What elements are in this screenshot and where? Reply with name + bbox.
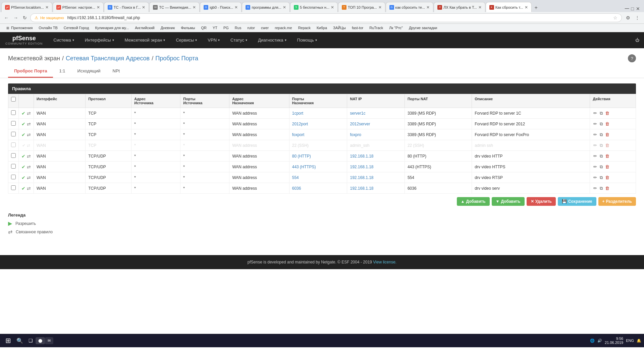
reload-button[interactable]: ↻ xyxy=(21,14,28,22)
bookmark-other[interactable]: Другие закладки xyxy=(406,25,440,31)
browser-tab-5[interactable]: G igb0 - Поиск... ✕ xyxy=(200,2,241,12)
copy-icon[interactable]: ⧉ xyxy=(600,175,603,180)
maximize-btn[interactable]: □ xyxy=(631,6,634,11)
tab-close-8[interactable]: ✕ xyxy=(378,5,382,10)
extensions-icon[interactable]: ⚙ xyxy=(624,14,632,22)
tab-npt[interactable]: NPt xyxy=(107,65,126,78)
copy-icon[interactable]: ⧉ xyxy=(600,143,603,148)
close-btn[interactable]: ✕ xyxy=(636,6,640,11)
notification-icon[interactable]: 🔔 xyxy=(637,339,641,343)
bookmark-english[interactable]: Английский xyxy=(132,25,157,31)
nat-ip-link[interactable]: foxpro xyxy=(350,132,361,137)
edit-icon[interactable]: ✏ xyxy=(593,111,597,116)
select-all-checkbox[interactable] xyxy=(11,97,16,102)
bookmark-rts[interactable]: Лк "Ртс" xyxy=(386,25,406,31)
nav-system[interactable]: Система ▾ xyxy=(48,34,79,47)
copy-icon[interactable]: ⧉ xyxy=(600,164,603,169)
tab-close-3[interactable]: ✕ xyxy=(142,5,145,10)
edit-icon[interactable]: ✏ xyxy=(593,121,597,126)
browser-tab-2[interactable]: pf PfSense: настрое... ✕ xyxy=(53,2,104,12)
dst-ports-link[interactable]: 2012port xyxy=(292,122,308,126)
copy-icon[interactable]: ⧉ xyxy=(600,132,603,137)
tab-close-9[interactable]: ✕ xyxy=(426,5,430,10)
bookmark-cwer[interactable]: cwer xyxy=(258,25,271,31)
split-button[interactable]: + Разделитель xyxy=(598,197,636,206)
bookmark-repackme[interactable]: repack.me xyxy=(272,25,294,31)
row-checkbox-1[interactable] xyxy=(11,121,16,126)
dst-ports-link[interactable]: 443 (HTTPS) xyxy=(292,165,316,169)
add-button-2[interactable]: ▼ Добавить xyxy=(492,197,525,206)
bookmark-apps[interactable]: ⊞ Приложения xyxy=(3,25,35,31)
bookmark-pg[interactable]: PG xyxy=(221,25,231,31)
bookmark-films[interactable]: Фильмы xyxy=(178,25,198,31)
start-button[interactable]: ⊞ xyxy=(3,335,14,346)
taskbar-chrome[interactable]: ⬤ xyxy=(36,337,45,344)
bookmark-star-icon[interactable]: ☆ xyxy=(613,15,618,20)
row-checkbox-6[interactable] xyxy=(11,175,16,179)
menu-icon[interactable]: ⋮ xyxy=(633,14,641,22)
add-button-1[interactable]: ▲ Добавить xyxy=(457,197,490,206)
delete-row-icon[interactable]: 🗑 xyxy=(605,186,609,191)
dst-ports-link[interactable]: 554 xyxy=(292,175,299,180)
tab-close-7[interactable]: ✕ xyxy=(331,5,334,10)
tab-close-5[interactable]: ✕ xyxy=(234,5,238,10)
dst-ports-link[interactable]: foxport xyxy=(292,132,305,137)
row-checkbox-4[interactable] xyxy=(11,153,16,158)
row-checkbox-7[interactable] xyxy=(11,185,16,190)
tab-close-10[interactable]: ✕ xyxy=(478,5,482,10)
edit-icon[interactable]: ✏ xyxy=(593,186,597,191)
breadcrumb-current[interactable]: Проброс Порта xyxy=(155,55,198,62)
delete-row-icon[interactable]: 🗑 xyxy=(605,175,609,180)
delete-row-icon[interactable]: 🗑 xyxy=(605,111,609,116)
nat-ip-link[interactable]: 192.168.1.18 xyxy=(350,186,373,191)
row-checkbox-3[interactable] xyxy=(11,142,16,147)
nat-ip-link[interactable]: server1c xyxy=(350,111,365,116)
browser-tab-9[interactable]: G как сбросить те... ✕ xyxy=(386,2,434,12)
dst-ports-link[interactable]: 6036 xyxy=(292,186,301,191)
tab-close-11[interactable]: ✕ xyxy=(525,5,528,10)
bookmark-yt[interactable]: YT xyxy=(210,25,220,31)
forward-button[interactable]: → xyxy=(12,14,19,22)
save-button[interactable]: 💾 Сохранение xyxy=(558,197,596,206)
delete-row-icon[interactable]: 🗑 xyxy=(605,154,609,159)
nav-interfaces[interactable]: Интерфейсы ▾ xyxy=(79,34,119,47)
bookmark-fast-tor[interactable]: fast-tor xyxy=(349,25,366,31)
copy-icon[interactable]: ⧉ xyxy=(600,111,603,116)
tab-close-6[interactable]: ✕ xyxy=(283,5,286,10)
taskbar-search-btn[interactable]: 🔍 xyxy=(14,338,26,344)
tab-port-forward[interactable]: Проброс Порта xyxy=(8,65,53,78)
tab-outbound[interactable]: Исходящий xyxy=(71,65,107,78)
nav-vpn[interactable]: VPN ▾ xyxy=(202,34,225,47)
edit-icon[interactable]: ✏ xyxy=(593,143,597,148)
bookmark-qr[interactable]: QR xyxy=(198,25,209,31)
nat-ip-link[interactable]: 2012server xyxy=(350,122,370,126)
delete-row-icon[interactable]: 🗑 xyxy=(605,132,609,137)
minimize-btn[interactable]: ─ xyxy=(625,5,629,12)
bookmark-network-city[interactable]: Сетевой Город xyxy=(61,25,92,31)
new-tab-button[interactable]: + xyxy=(532,3,540,12)
browser-tab-8[interactable]: Т ТОП 10 Програ... ✕ xyxy=(338,2,385,12)
row-checkbox-5[interactable] xyxy=(11,164,16,169)
breadcrumb-nat-link[interactable]: Сетевая Трансляция Адресов xyxy=(66,55,150,62)
edit-icon[interactable]: ✏ xyxy=(593,154,597,159)
tab-close-4[interactable]: ✕ xyxy=(193,5,196,10)
browser-tab-3[interactable]: G TC - Поиск в Г... ✕ xyxy=(104,2,149,12)
nav-services[interactable]: Сервисы ▾ xyxy=(170,34,202,47)
browser-tab-6[interactable]: G программы для... ✕ xyxy=(242,2,290,12)
help-icon[interactable]: ? xyxy=(628,54,636,62)
copy-icon[interactable]: ⧉ xyxy=(600,121,603,126)
logout-button[interactable]: ⏻ xyxy=(631,35,644,46)
browser-tab-4[interactable]: W ТС — Википедия... ✕ xyxy=(149,2,200,12)
tab-1-1[interactable]: 1:1 xyxy=(53,65,71,78)
dst-ports-link[interactable]: 1cport xyxy=(292,111,303,116)
bookmark-rutrack[interactable]: RuTrack xyxy=(367,25,386,31)
bookmark-repack[interactable]: Repack xyxy=(296,25,313,31)
nat-ip-link[interactable]: 192.168.1.18 xyxy=(350,154,373,159)
nav-diagnostics[interactable]: Диагностика ▾ xyxy=(253,34,291,47)
browser-tab-10[interactable]: Л ЛХ Как убрать в Т... ✕ xyxy=(434,2,485,12)
nav-firewall[interactable]: Межсетевой экран ▾ xyxy=(119,34,171,47)
nat-ip-link[interactable]: 192.168.1.18 xyxy=(350,175,373,180)
bookmark-rus[interactable]: Rus xyxy=(232,25,244,31)
taskbar-task-view[interactable]: ❑ xyxy=(26,338,36,343)
delete-row-icon[interactable]: 🗑 xyxy=(605,121,609,126)
